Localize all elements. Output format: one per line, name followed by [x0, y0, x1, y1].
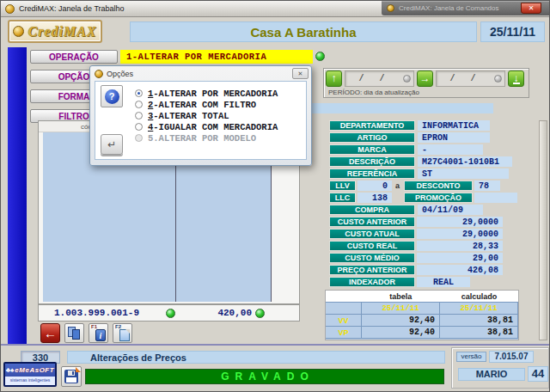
llv-conjunction: a [395, 181, 400, 190]
custo-atual-value: 29,0000 [417, 229, 503, 239]
referencia-value[interactable]: ST [418, 168, 509, 179]
period-caption: PERÍODO: dia da atualização [326, 89, 527, 97]
options-dialog: Opções ✕ ? ↵ 1-ALTERAR POR MERCADORIA [89, 65, 312, 166]
header: CrediMAX Casa A Baratinha 25/11/11 [1, 17, 550, 46]
pages-icon [67, 326, 82, 340]
scroll-up-button[interactable]: ↑ [326, 70, 342, 87]
desconto-value[interactable]: 78 [474, 181, 500, 191]
version-number: 7.015.07 [489, 351, 534, 363]
company-name: Casa A Baratinha [250, 25, 356, 40]
llc-label: LLC [329, 193, 356, 203]
dialog-titlebar[interactable]: Opções ✕ [90, 66, 311, 81]
marca-value[interactable]: - [418, 144, 483, 155]
operacao-button[interactable]: OPERAÇÃO [30, 50, 118, 64]
llv-label: LLV [329, 181, 356, 191]
promocao-value[interactable] [474, 193, 517, 203]
desconto-label: DESCONTO [404, 181, 473, 191]
advance-button[interactable]: → [417, 70, 433, 87]
radio-selected[interactable] [135, 89, 143, 97]
vv-calculado-value: 38,81 [440, 315, 518, 326]
version-button[interactable]: versão [456, 352, 486, 362]
company-bar: Casa A Baratinha [130, 21, 477, 42]
pages-button[interactable] [64, 323, 84, 343]
date-to-dot-button[interactable] [494, 75, 502, 83]
tabela-column-header: tabela [362, 292, 440, 301]
left-accent-stripe [8, 47, 27, 344]
options-list: 1-ALTERAR POR MERCADORIA 2-ALTERAR COM F… [130, 82, 306, 159]
date-mask: / / [437, 74, 494, 83]
radio[interactable] [135, 101, 143, 108]
llc-value[interactable]: 138 [358, 193, 392, 203]
date-mask: / / [345, 74, 403, 83]
custo-medio-value: 29,00 [417, 253, 503, 263]
option-alterar-total[interactable]: 3-ALTERAR TOTAL [135, 110, 306, 121]
scrollbar[interactable] [539, 120, 547, 340]
radio-disabled [135, 134, 143, 142]
departamento-value[interactable]: INFORMATICA [418, 120, 490, 131]
brand-tagline: sistemas inteligentes [5, 377, 55, 385]
option-alterar-com-filtro[interactable]: 2-ALTERAR COM FILTRO [135, 99, 306, 110]
price-table-header: tabela calculado [326, 291, 518, 302]
indexador-value: REAL [417, 277, 470, 287]
custo-anterior-label: CUSTO ANTERIOR [329, 217, 415, 227]
custo-atual-label: CUSTO ATUAL [329, 229, 415, 239]
radio[interactable] [135, 112, 143, 119]
f2-button[interactable]: F2 [113, 323, 132, 343]
download-bar [513, 83, 520, 84]
radio[interactable] [135, 123, 143, 131]
f1-info-button[interactable]: F1 i [89, 323, 108, 343]
marca-label: MARCA [329, 144, 415, 155]
tabela-date: 25/11/11 [362, 303, 440, 314]
user-name: MARIO [458, 368, 525, 381]
referencia-label: REFERÊNCIA [329, 168, 415, 179]
app-coin-icon [5, 4, 15, 14]
dialog-close-icon[interactable]: ✕ [292, 68, 309, 79]
help-button[interactable]: ? [101, 85, 123, 107]
period-to-field[interactable]: / / [436, 70, 505, 87]
download-button[interactable]: ↓ [508, 70, 524, 87]
brand-name: eMeAsOFT [15, 366, 54, 374]
logo-text: CrediMAX [28, 24, 96, 40]
current-date: 25/11/11 [480, 21, 545, 42]
info-icon: i [95, 329, 106, 341]
preco-anterior-value: 426,08 [417, 265, 503, 275]
artigo-value[interactable]: EPRON [418, 132, 490, 143]
operation-status-led [315, 52, 325, 61]
price-table-grid: 25/11/11 25/11/11 VV 92,40 38,81 VP 92,4… [326, 302, 518, 340]
option-alterar-por-mercadoria[interactable]: 1-ALTERAR POR MERCADORIA [135, 88, 306, 99]
descricao-value[interactable]: M27C4001-1010B1 [418, 156, 512, 167]
selected-product-code: 1.003.999.001-9 [54, 308, 139, 318]
operation-field[interactable]: 1-ALTERAR POR MERCADORIA [120, 50, 313, 64]
promocao-label: PROMOÇÃO [404, 193, 473, 203]
back-icon: ← [44, 326, 57, 340]
background-window-titlebar[interactable]: CrediMAX: Janela de Comandos ✕ [382, 1, 550, 15]
code-led [166, 309, 175, 318]
calculado-column-header: calculado [440, 292, 518, 301]
compra-label: COMPRA [329, 205, 415, 215]
close-icon[interactable]: ✕ [521, 3, 541, 14]
vp-tabela-value: 92,40 [362, 327, 440, 338]
vv-tabela-value: 92,40 [362, 315, 440, 326]
option-igualar-com-mercadoria[interactable]: 4-IGUALAR COM MERCADORIA [135, 121, 306, 132]
dialog-title: Opções [107, 70, 292, 78]
coin-icon [13, 26, 24, 37]
table-date-row: 25/11/11 25/11/11 [326, 303, 518, 315]
descricao-label: DESCRIÇÃO [329, 156, 415, 167]
vp-row-label: VP [326, 327, 362, 338]
calculado-date: 25/11/11 [440, 303, 518, 314]
operacao-label: OPERAÇÃO [49, 52, 99, 62]
period-from-field[interactable]: / / [345, 70, 414, 87]
selected-product-price: 420,00 [192, 308, 252, 318]
price-table: tabela calculado 25/11/11 25/11/11 VV 92… [325, 290, 519, 340]
indexador-label: INDEXADOR [329, 277, 415, 287]
compra-value[interactable]: 04/11/09 [418, 205, 483, 215]
back-button[interactable]: ← [40, 323, 60, 343]
list-footer: 1.003.999.001-9 420,00 [38, 304, 300, 322]
period-panel: ↑ / / → / / ↓ PERÍODO: dia da atualizaçã… [323, 68, 529, 98]
vp-calculado-value: 38,81 [440, 327, 518, 338]
enter-key-button[interactable]: ↵ [101, 134, 123, 155]
table-row: VV 92,40 38,81 [326, 315, 518, 327]
date-from-dot-button[interactable] [403, 75, 411, 83]
llv-value[interactable]: 0 [358, 181, 392, 191]
save-button[interactable] [61, 366, 82, 387]
